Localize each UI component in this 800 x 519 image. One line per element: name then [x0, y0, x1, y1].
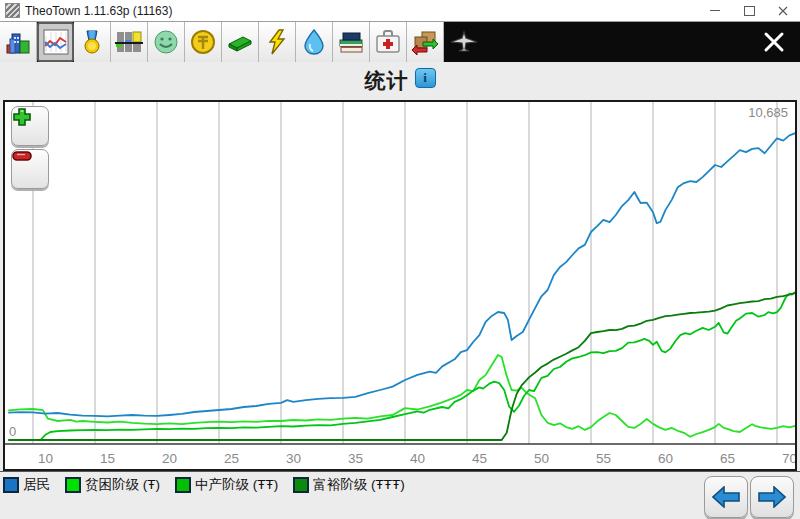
panel-close-button[interactable]: [748, 22, 800, 62]
toolbar-button-statistics[interactable]: [37, 22, 74, 62]
legend-label: 居民: [23, 476, 50, 494]
legend-item-middle: 中产阶级 (ŦŦ): [175, 476, 278, 494]
trade-goods-icon: [411, 28, 439, 56]
statistics-chart-panel: 10152025303540455055606570 10,685 0: [3, 100, 797, 471]
bottom-bar: 居民 贫困阶级 (Ŧ) 中产阶级 (ŦŦ) 富裕阶级 (ŦŦŦ): [0, 471, 800, 519]
x-axis-tick-label: 20: [162, 451, 177, 466]
panel-header: 统计 i: [0, 62, 800, 100]
toolbar-button-education[interactable]: [333, 22, 370, 62]
left-arrow-icon: [712, 486, 740, 508]
game-toolbar: [0, 22, 800, 62]
rich-swatch: [293, 477, 309, 493]
toolbar-button-airport[interactable]: [444, 22, 484, 62]
x-axis-tick-label: 35: [348, 451, 363, 466]
x-axis-tick-label: 25: [224, 451, 239, 466]
x-axis-tick-label: 55: [596, 451, 611, 466]
toolbar-button-health[interactable]: [370, 22, 407, 62]
x-axis-tick-label: 30: [286, 451, 301, 466]
legend-label: 中产阶级 (ŦŦ): [195, 476, 278, 494]
app-icon: [5, 3, 20, 18]
x-axis-tick-label: 10: [38, 451, 53, 466]
y-axis-max-label: 10,685: [748, 105, 788, 120]
energy-bolt-icon: [263, 28, 291, 56]
money-cash-icon: [226, 28, 254, 56]
toolbar-button-rank[interactable]: [74, 22, 111, 62]
os-titlebar: TheoTown 1.11.63p (11163): [0, 0, 800, 22]
middle-swatch: [175, 477, 191, 493]
close-x-icon: [763, 31, 785, 53]
chart-legend: 居民 贫困阶级 (Ŧ) 中产阶级 (ŦŦ) 富裕阶级 (ŦŦŦ): [0, 472, 800, 498]
minimize-icon: [710, 10, 720, 11]
x-axis-tick-label: 60: [658, 451, 673, 466]
zoom-out-button[interactable]: [11, 149, 49, 189]
x-axis-tick-label: 50: [534, 451, 549, 466]
health-medkit-icon: [374, 28, 402, 56]
statistics-chart-icon: [42, 28, 70, 56]
toolbar-button-zones[interactable]: [111, 22, 148, 62]
legend-item-residents: 居民: [3, 476, 50, 494]
water-drop-icon: [300, 28, 328, 56]
legend-label: 贫困阶级 (Ŧ): [85, 476, 160, 494]
prev-page-button[interactable]: [704, 476, 748, 518]
next-page-button[interactable]: [750, 476, 794, 518]
happiness-smiley-icon: [152, 28, 180, 56]
series-line-3: [8, 293, 795, 440]
toolbar-spacer: [484, 22, 748, 62]
airport-plane-icon: [449, 30, 479, 54]
theon-coin-icon: [189, 28, 217, 56]
toolbar-button-happiness[interactable]: [148, 22, 185, 62]
window-close-icon: [778, 6, 788, 16]
page-title: 统计: [365, 67, 409, 95]
toolbar-button-theons[interactable]: [185, 22, 222, 62]
city-buildings-icon: [4, 28, 32, 56]
zoom-in-button[interactable]: [11, 106, 49, 146]
x-axis-tick-label: 45: [472, 451, 487, 466]
minimize-button[interactable]: [698, 0, 732, 21]
maximize-button[interactable]: [732, 0, 766, 21]
education-books-icon: [337, 28, 365, 56]
maximize-icon: [744, 6, 755, 16]
minus-icon: [12, 150, 32, 162]
zones-tiles-icon: [115, 28, 143, 56]
legend-item-poor: 贫困阶级 (Ŧ): [65, 476, 160, 494]
window-close-button[interactable]: [766, 0, 800, 21]
x-axis-tick-label: 65: [720, 451, 735, 466]
right-arrow-icon: [758, 486, 786, 508]
rank-medal-icon: [78, 28, 106, 56]
legend-item-rich: 富裕阶级 (ŦŦŦ): [293, 476, 404, 494]
plus-icon: [12, 107, 32, 127]
toolbar-button-city[interactable]: [0, 22, 37, 62]
window-title: TheoTown 1.11.63p (11163): [25, 4, 172, 18]
series-line-0: [8, 133, 795, 416]
toolbar-button-money[interactable]: [222, 22, 259, 62]
chart-plot[interactable]: 10152025303540455055606570: [5, 102, 795, 469]
toolbar-button-water[interactable]: [296, 22, 333, 62]
x-axis-tick-label: 70: [782, 451, 795, 466]
info-icon[interactable]: i: [415, 68, 436, 88]
series-line-1: [8, 355, 795, 437]
residents-swatch: [3, 477, 19, 493]
x-axis-tick-label: 15: [100, 451, 115, 466]
x-axis-tick-label: 40: [410, 451, 425, 466]
toolbar-button-energy[interactable]: [259, 22, 296, 62]
legend-label: 富裕阶级 (ŦŦŦ): [313, 476, 404, 494]
poor-swatch: [65, 477, 81, 493]
y-axis-min-label: 0: [9, 424, 16, 439]
toolbar-button-trade[interactable]: [407, 22, 444, 62]
